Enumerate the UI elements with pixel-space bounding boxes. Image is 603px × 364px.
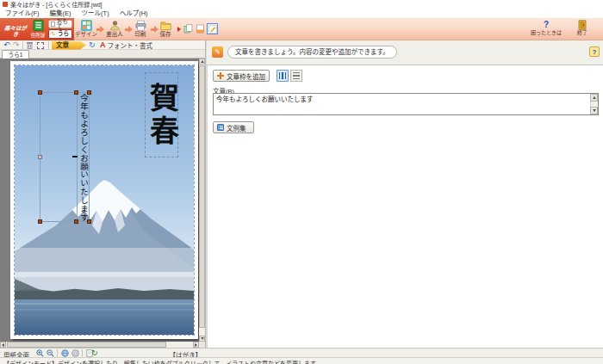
panel-help-button[interactable]: ? xyxy=(589,46,600,57)
phrase-book-label: 文例集 xyxy=(227,123,246,133)
question-icon: ? xyxy=(527,20,565,30)
undo-icon[interactable]: ↶ xyxy=(3,40,10,50)
select-frame-icon[interactable] xyxy=(37,42,44,49)
front-side-button[interactable]: おもて xyxy=(48,20,72,28)
title-bar: 楽々はがき - [らくらく住所録.jwd] xyxy=(0,0,603,9)
page-icon xyxy=(51,21,55,28)
edit-back-icon[interactable] xyxy=(207,23,218,34)
tab-back-page-1[interactable]: うら1 xyxy=(2,50,29,59)
edit-toolbar: ↶ ↷ 文章 ↻ A フォント・書式 xyxy=(0,40,207,50)
step-sender-label: 差出人 xyxy=(103,31,127,37)
status-bar: 【デザインモード】デザインを選択したり、編集したい枠をダブルクリックして、イラス… xyxy=(0,357,603,364)
greeting-text-input[interactable]: 今年もよろしくお願いいたします xyxy=(213,93,599,115)
page-tab-row: うら1 xyxy=(0,50,207,59)
font-format-button[interactable]: A フォント・書式 xyxy=(100,40,152,50)
address-book-icon xyxy=(33,20,44,31)
sync-icon[interactable]: ↻ xyxy=(89,40,96,50)
horizontal-scroll-thumb[interactable] xyxy=(7,342,166,348)
selection-handle[interactable] xyxy=(74,219,78,224)
separator xyxy=(57,349,58,357)
menu-help[interactable]: ヘルプ(H) xyxy=(115,9,153,18)
main-toolbar: 楽々はがき 住所録 おもて ✎ うら デザイン 差出人 xyxy=(0,18,603,40)
selection-handle[interactable] xyxy=(38,90,42,95)
vertical-scrollbar[interactable] xyxy=(199,59,205,342)
plus-icon xyxy=(217,72,224,79)
add-text-frame-label: 文章枠を追加 xyxy=(227,71,265,81)
app-icon xyxy=(3,2,8,7)
help-button[interactable]: ? 困ったときは xyxy=(527,20,565,39)
address-book-label: 住所録 xyxy=(29,33,47,38)
vertical-text-toggle[interactable] xyxy=(277,70,289,82)
vertical-scroll-thumb[interactable] xyxy=(199,65,205,328)
design-canvas[interactable]: 賀春 今年もよろしくお願いいたします xyxy=(0,59,199,342)
edit-front-icon[interactable] xyxy=(195,23,206,34)
arrow-right-icon xyxy=(195,343,197,347)
selection-handle[interactable] xyxy=(38,219,42,224)
menu-bar: ファイル(F) 編集(E) ツール(T) ヘルプ(H) xyxy=(0,9,603,18)
text-anchor-mark xyxy=(72,156,78,157)
sender-person-icon xyxy=(109,20,121,31)
scroll-left-button[interactable] xyxy=(0,342,6,348)
phrase-book-button[interactable]: 文例集 xyxy=(213,121,254,133)
selection-handle[interactable] xyxy=(74,90,78,95)
menu-tools[interactable]: ツール(T) xyxy=(77,9,115,18)
scroll-up-button[interactable] xyxy=(199,59,205,65)
textbox-scrollbar[interactable] xyxy=(590,94,598,114)
save-folder-icon xyxy=(160,20,171,31)
bottom-toolbar: 用紙全面 ↻ 【はがき】 xyxy=(0,348,603,357)
front-side-label: おもて xyxy=(57,19,70,30)
step-design-button[interactable]: デザイン xyxy=(74,19,98,40)
arrow-down-icon xyxy=(201,337,204,340)
scroll-up-button[interactable] xyxy=(590,94,598,102)
fuji-photo[interactable]: 賀春 今年もよろしくお願いいたします xyxy=(15,65,194,335)
window-title: 楽々はがき - [らくらく住所録.jwd] xyxy=(10,0,103,9)
pencil-icon: ✎ xyxy=(51,31,56,37)
calligraphy-frame[interactable]: 賀春 xyxy=(145,72,178,157)
font-format-label: フォント・書式 xyxy=(108,40,153,50)
app-logo: 楽々はがき xyxy=(2,25,29,37)
greeting-text: 今年もよろしくお願いいたします xyxy=(78,94,90,222)
printer-icon xyxy=(135,20,146,31)
menu-edit[interactable]: 編集(E) xyxy=(45,9,77,18)
arrow-up-icon xyxy=(201,60,204,63)
arrow-down-icon xyxy=(593,109,596,112)
arrow-up-icon xyxy=(593,96,596,99)
redo-icon[interactable]: ↷ xyxy=(13,40,20,50)
copy-design-icon[interactable] xyxy=(183,23,194,34)
tab-text[interactable]: 文章 xyxy=(52,41,86,50)
calligraphy-text: 賀春 xyxy=(146,83,178,148)
add-text-frame-button[interactable]: 文章枠を追加 xyxy=(213,70,270,82)
application-window: 楽々はがき - [らくらく住所録.jwd] ファイル(F) 編集(E) ツール(… xyxy=(0,0,603,364)
postcard[interactable]: 賀春 今年もよろしくお願いいたします xyxy=(10,61,198,339)
greeting-text-frame[interactable]: 今年もよろしくお願いいたします xyxy=(40,92,90,222)
scrollbar-corner xyxy=(199,342,205,348)
selection-handle[interactable] xyxy=(87,219,91,224)
separator xyxy=(82,349,83,357)
text-panel-content: 文章枠を追加 文章(B) 今年もよろしくお願いいたします 文例集 xyxy=(207,65,603,348)
greeting-text-value: 今年もよろしくお願いいたします xyxy=(216,96,587,103)
exit-button[interactable]: 終了 xyxy=(569,20,596,39)
step-save-label: 保存 xyxy=(155,31,176,37)
selection-handle[interactable] xyxy=(87,90,91,95)
step-print-label: 印刷 xyxy=(130,31,151,37)
chevron-icon xyxy=(177,27,181,32)
guide-bubble: 文章を書きましょう。内容の変更や追加ができます。 xyxy=(227,46,397,59)
menu-file[interactable]: ファイル(F) xyxy=(0,9,45,18)
step-sender-button[interactable]: 差出人 xyxy=(103,19,127,40)
address-book-button[interactable]: 住所録 xyxy=(29,20,47,39)
step-print-button[interactable]: 印刷 xyxy=(130,19,151,40)
horizontal-scrollbar[interactable] xyxy=(0,342,199,348)
step-save-button[interactable]: 保存 xyxy=(155,19,176,40)
back-side-button[interactable]: ✎ うら xyxy=(48,29,72,39)
status-text: 【デザインモード】デザインを選択したり、編集したい枠をダブルクリックして、イラス… xyxy=(3,359,321,364)
step-design-label: デザイン xyxy=(74,31,98,37)
design-icon xyxy=(81,20,92,31)
horizontal-text-toggle[interactable] xyxy=(290,70,302,82)
selection-handle[interactable] xyxy=(38,155,42,159)
scroll-right-button[interactable] xyxy=(193,342,199,348)
scroll-down-button[interactable] xyxy=(590,107,598,114)
book-icon xyxy=(217,124,224,131)
arrow-left-icon xyxy=(2,343,4,347)
horizontal-text-icon xyxy=(293,72,300,79)
scroll-down-button[interactable] xyxy=(199,336,205,342)
